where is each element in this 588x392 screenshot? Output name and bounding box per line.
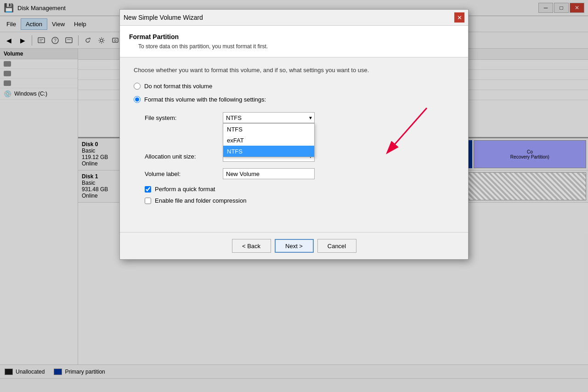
dropdown-list[interactable]: NTFS exFAT NTFS (223, 123, 315, 157)
wizard-step-title: Format Partition (129, 33, 459, 40)
dropdown-arrow: ▼ (308, 115, 313, 120)
radio-do-format-label[interactable]: Format this volume with the following se… (144, 96, 266, 103)
modal-overlay: New Simple Volume Wizard ✕ Format Partit… (0, 0, 588, 392)
volume-label-label: Volume label: (145, 170, 223, 177)
radio-no-format[interactable] (134, 83, 141, 90)
radio-item-format: Format this volume with the following se… (134, 96, 454, 103)
dropdown-option-exfat[interactable]: exFAT (223, 135, 314, 146)
quick-format-checkbox[interactable] (145, 186, 151, 193)
wizard-footer: < Back Next > Cancel (120, 232, 468, 259)
quick-format-label[interactable]: Perform a quick format (155, 186, 215, 193)
radio-no-format-label[interactable]: Do not format this volume (144, 83, 212, 90)
dropdown-option-ntfs1[interactable]: NTFS (223, 124, 314, 135)
format-settings: File system: NTFS ▼ NTFS exFAT (145, 112, 454, 179)
wizard-question: Choose whether you want to format this v… (134, 67, 454, 74)
file-system-dropdown[interactable]: NTFS ▼ NTFS exFAT NTFS (223, 112, 315, 123)
compression-label[interactable]: Enable file and folder compression (155, 197, 246, 204)
wizard-title-bar: New Simple Volume Wizard ✕ (120, 10, 468, 26)
file-system-label: File system: (145, 114, 223, 121)
allocation-label: Allocation unit size: (145, 153, 223, 160)
wizard-dialog: New Simple Volume Wizard ✕ Format Partit… (119, 9, 469, 260)
wizard-title: New Simple Volume Wizard (124, 14, 203, 21)
radio-do-format[interactable] (134, 96, 141, 103)
file-system-row: File system: NTFS ▼ NTFS exFAT (145, 112, 454, 123)
file-system-value[interactable]: NTFS ▼ (223, 112, 315, 123)
compression-row: Enable file and folder compression (145, 197, 454, 204)
cancel-button-wizard[interactable]: Cancel (317, 239, 356, 253)
wizard-step-desc: To store data on this partition, you mus… (138, 43, 459, 50)
radio-item-no-format: Do not format this volume (134, 83, 454, 90)
volume-label-input[interactable] (223, 168, 315, 179)
compression-checkbox[interactable] (145, 198, 151, 204)
wizard-body: Format Partition To store data on this p… (120, 26, 468, 232)
wizard-content: Choose whether you want to format this v… (120, 57, 468, 232)
dropdown-option-ntfs2[interactable]: NTFS (223, 146, 314, 157)
wizard-close-button[interactable]: ✕ (454, 12, 464, 23)
back-button-wizard[interactable]: < Back (232, 239, 271, 253)
quick-format-row: Perform a quick format (145, 186, 454, 193)
next-button-wizard[interactable]: Next > (275, 239, 314, 253)
wizard-header-section: Format Partition To store data on this p… (120, 26, 468, 57)
volume-label-row: Volume label: (145, 168, 454, 179)
volume-label-control (223, 168, 315, 179)
file-system-selected: NTFS (226, 114, 242, 121)
file-system-control: NTFS ▼ NTFS exFAT NTFS (223, 112, 315, 123)
radio-group: Do not format this volume Format this vo… (134, 83, 454, 103)
checkboxes: Perform a quick format Enable file and f… (145, 186, 454, 204)
